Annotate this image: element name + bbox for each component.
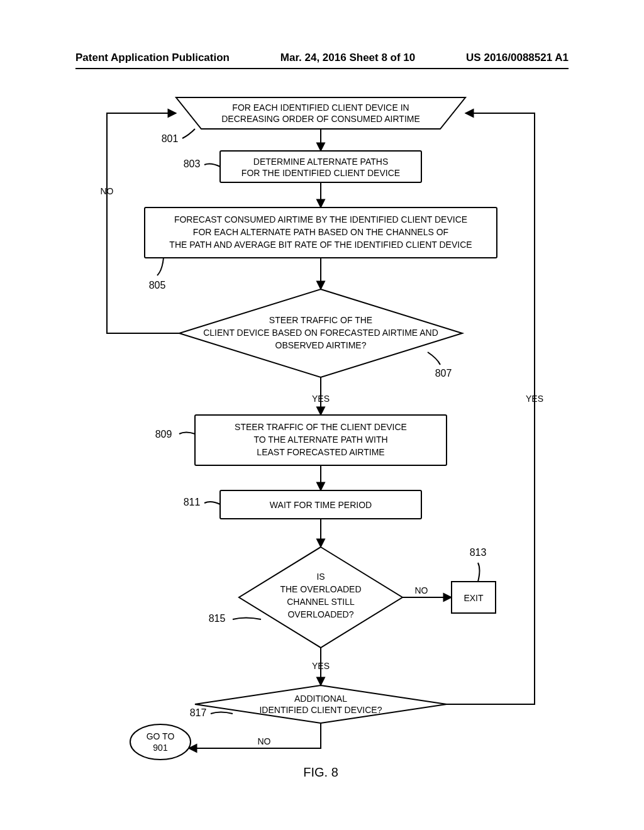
header-right: US 2016/0088521 A1 — [466, 52, 569, 64]
edge-815-yes: YES — [312, 661, 330, 671]
n807-l3: OBSERVED AIRTIME? — [275, 340, 367, 350]
node-goto: GO TO 901 — [130, 724, 191, 760]
n809-l3: LEAST FORECASTED AIRTIME — [257, 447, 384, 457]
n809-l1: STEER TRAFFIC OF THE CLIENT DEVICE — [235, 422, 407, 432]
svg-text:811: 811 — [184, 497, 201, 507]
ref-809: 809 — [155, 429, 195, 440]
node-801: FOR EACH IDENTIFIED CLIENT DEVICE IN DEC… — [176, 97, 465, 129]
n815-l3: CHANNEL STILL — [287, 597, 355, 607]
header-center: Mar. 24, 2016 Sheet 8 of 10 — [280, 52, 416, 64]
n805-l1: FORECAST CONSUMED AIRTIME BY THE IDENTIF… — [174, 214, 467, 224]
n805-l2: FOR EACH ALTERNATE PATH BASED ON THE CHA… — [193, 227, 448, 237]
svg-text:803: 803 — [184, 158, 201, 169]
n811-t: WAIT FOR TIME PERIOD — [270, 500, 372, 510]
node-815: IS THE OVERLOADED CHANNEL STILL OVERLOAD… — [239, 547, 402, 648]
figure-label: FIG. 8 — [303, 765, 338, 779]
ref-803: 803 — [184, 158, 220, 169]
n813-t: EXIT — [464, 593, 484, 603]
n817-l1: ADDITIONAL — [294, 694, 347, 704]
edge-807-yes: YES — [312, 394, 330, 404]
n809-l2: TO THE ALTERNATE PATH WITH — [253, 434, 387, 445]
node-809: STEER TRAFFIC OF THE CLIENT DEVICE TO TH… — [195, 415, 447, 465]
ref-811: 811 — [184, 497, 220, 507]
svg-text:805: 805 — [149, 280, 166, 290]
goto-l2: 901 — [153, 743, 168, 753]
n805-l3: THE PATH AND AVERAGE BIT RATE OF THE IDE… — [169, 240, 472, 250]
ref-815: 815 — [209, 613, 261, 624]
svg-text:815: 815 — [209, 613, 226, 624]
ref-801: 801 — [162, 129, 195, 144]
edge-807-no: NO — [101, 186, 114, 196]
edge-817-yes: YES — [526, 394, 543, 404]
svg-text:807: 807 — [435, 368, 452, 379]
n817-l2: IDENTIFIED CLIENT DEVICE? — [259, 705, 382, 715]
node-803: DETERMINE ALTERNATE PATHS FOR THE IDENTI… — [220, 151, 421, 182]
svg-text:813: 813 — [470, 547, 487, 558]
svg-text:801: 801 — [162, 133, 179, 144]
n807-l1: STEER TRAFFIC OF THE — [269, 315, 372, 325]
svg-text:817: 817 — [190, 707, 207, 718]
n801-l2: DECREASING ORDER OF CONSUMED AIRTIME — [221, 114, 420, 124]
header-left: Patent Application Publication — [75, 52, 230, 64]
edge-815-no: NO — [415, 585, 428, 595]
ref-807: 807 — [428, 352, 452, 379]
node-805: FORECAST CONSUMED AIRTIME BY THE IDENTIF… — [145, 208, 497, 258]
n815-l2: THE OVERLOADED — [280, 584, 361, 594]
n815-l1: IS — [316, 572, 325, 582]
page: Patent Application Publication Mar. 24, … — [0, 0, 644, 830]
n801-l1: FOR EACH IDENTIFIED CLIENT DEVICE IN — [232, 102, 409, 113]
n807-l2: CLIENT DEVICE BASED ON FORECASTED AIRTIM… — [203, 328, 438, 338]
flowchart-canvas: FOR EACH IDENTIFIED CLIENT DEVICE IN DEC… — [69, 82, 572, 786]
n803-l2: FOR THE IDENTIFIED CLIENT DEVICE — [242, 168, 400, 178]
ref-813: 813 — [470, 547, 487, 582]
n803-l1: DETERMINE ALTERNATE PATHS — [253, 157, 388, 167]
n815-l4: OVERLOADED? — [287, 609, 353, 619]
page-header: Patent Application Publication Mar. 24, … — [75, 52, 569, 69]
node-817: ADDITIONAL IDENTIFIED CLIENT DEVICE? — [195, 685, 447, 723]
ref-805: 805 — [149, 258, 166, 290]
goto-l1: GO TO — [147, 731, 175, 741]
svg-text:809: 809 — [155, 429, 172, 440]
node-813: EXIT — [452, 582, 496, 613]
edge-817-no: NO — [258, 736, 271, 746]
node-811: WAIT FOR TIME PERIOD — [220, 490, 421, 519]
node-807: STEER TRAFFIC OF THE CLIENT DEVICE BASED… — [179, 289, 462, 377]
